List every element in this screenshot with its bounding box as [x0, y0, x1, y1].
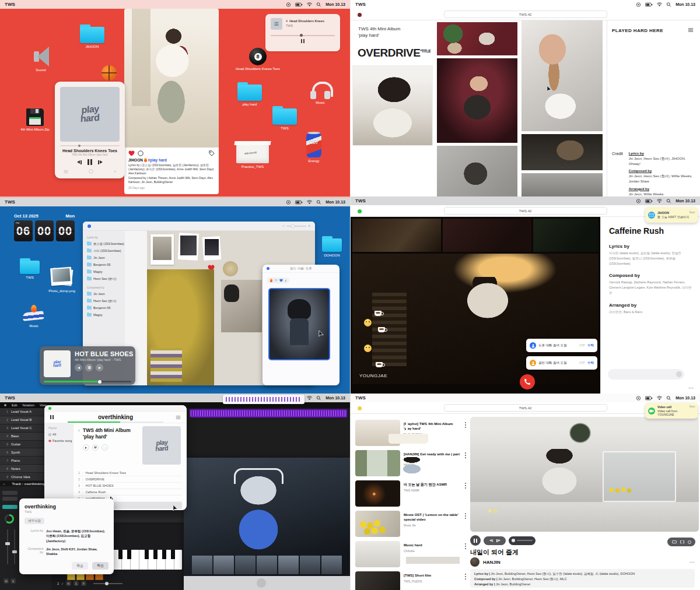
- sidebar-item[interactable]: 윤소영 (153/Joombas): [87, 240, 125, 247]
- solo-button[interactable]: S: [10, 578, 16, 584]
- film-strip[interactable]: [192, 556, 342, 574]
- more-options-icon[interactable]: [465, 574, 466, 575]
- menu-clock[interactable]: Mon 10.13: [676, 396, 695, 400]
- queue-icon[interactable]: [176, 415, 181, 420]
- decline-button[interactable]: 거부: [579, 343, 585, 347]
- volume-slider[interactable]: [93, 583, 123, 584]
- desktop-folder-jihoon[interactable]: JIHOON: [76, 27, 108, 49]
- desktop-icon-sound[interactable]: Sound: [26, 47, 56, 72]
- tag-icon[interactable]: [209, 150, 215, 156]
- wifi-icon[interactable]: [657, 199, 662, 203]
- add-track-button[interactable]: +: [3, 482, 5, 486]
- shared-photo[interactable]: [268, 288, 330, 360]
- more-options-icon[interactable]: [465, 422, 466, 423]
- video-list-item[interactable]: Movie OST | 'Lemon on the table' special…: [355, 511, 466, 538]
- post-hashtag[interactable]: #play hard: [148, 158, 167, 162]
- favorite-button[interactable]: [92, 444, 99, 451]
- add-icon[interactable]: +: [114, 170, 116, 174]
- like-heart-icon[interactable]: [128, 150, 135, 156]
- desktop-icon-zip[interactable]: 4th Mini Album.Zip: [13, 108, 57, 132]
- sidebar-item[interactable]: Benjamin 55: [87, 304, 125, 311]
- photo-gray-scene[interactable]: [437, 146, 517, 196]
- track-item[interactable]: 1|Head Shoulders Knees Toes: [78, 470, 182, 476]
- photo-dark-scene[interactable]: [522, 134, 603, 170]
- channel-avatar[interactable]: [470, 557, 480, 567]
- call-thumbnail-1[interactable]: [352, 219, 441, 252]
- music-widget[interactable]: play hard 4 Head Shoulders Knees TWS: [265, 14, 340, 51]
- queue-icon[interactable]: [64, 170, 68, 174]
- main-call-video[interactable]: YOUNGJAE 도훈 대화 참여 요청 거부 수락 경민 대화 참여 요청 거…: [352, 254, 598, 384]
- step-cell-yellow[interactable]: [67, 574, 75, 580]
- cancel-button[interactable]: 취소: [72, 562, 88, 570]
- photo-portrait-left[interactable]: [352, 65, 433, 146]
- address-bar[interactable]: TWS.42: [444, 404, 607, 412]
- call-thumbnail-3[interactable]: [533, 219, 598, 252]
- desktop-folder-playhard[interactable]: play hard: [229, 85, 271, 107]
- progress-track[interactable]: [44, 381, 131, 382]
- menu-icon[interactable]: [688, 27, 694, 33]
- sidebar-item[interactable]: Heon Seo (현서): [87, 275, 125, 282]
- fx-slot-active[interactable]: [2, 505, 18, 509]
- accept-button[interactable]: 수락: [587, 343, 594, 347]
- playlist-item-all[interactable]: All: [48, 433, 74, 436]
- reaction-pill[interactable]: ♪: [267, 278, 289, 283]
- wifi-icon[interactable]: [307, 200, 312, 205]
- menu-clock[interactable]: Mon 10.13: [326, 2, 345, 6]
- more-options-icon[interactable]: [465, 543, 466, 545]
- sidebar-item[interactable]: 서이 (153/Joombas): [87, 247, 125, 254]
- menu-app-title[interactable]: TWS: [355, 2, 366, 7]
- sidebar-item[interactable]: Benjamin 55: [87, 261, 125, 268]
- menu-clock[interactable]: Mon 10.13: [326, 200, 345, 204]
- menu-edit[interactable]: Edit: [12, 403, 17, 407]
- audio-icon[interactable]: [89, 169, 93, 174]
- desktop-icon-energy[interactable]: HOT Energy: [295, 133, 332, 163]
- video-list-item[interactable]: [Playlist] TWS 4th Mini Album 'play hard…: [355, 420, 466, 447]
- track-item[interactable]: 2|OVERDRIVE: [78, 476, 182, 483]
- video-list-item[interactable]: [TWS] Short filmTWS_PLEDIS: [355, 571, 466, 590]
- control-center-icon[interactable]: [636, 199, 641, 203]
- wifi-icon[interactable]: [307, 2, 312, 7]
- fader-track[interactable]: [7, 529, 8, 564]
- record-circle-button[interactable]: [257, 578, 266, 588]
- view-mode-buttons[interactable]: [667, 538, 695, 546]
- more-options[interactable]: ⋯: [690, 559, 695, 565]
- search-icon[interactable]: [666, 199, 671, 203]
- desktop-folder-tws[interactable]: TWS: [15, 261, 44, 280]
- video-list-item[interactable]: [HANJIN] Get ready with me | part 1HANJI…: [355, 450, 466, 477]
- sidebar-item[interactable]: Jin Jeon: [87, 254, 125, 261]
- track-item[interactable]: 3|HOT BLUE SHOES: [78, 483, 182, 489]
- notification-video-call[interactable]: Video callNew Video call from YOUNGJAE: [645, 403, 698, 419]
- menu-clock[interactable]: Mon 10.13: [326, 396, 345, 400]
- pause-button[interactable]: [470, 535, 481, 546]
- menu-app-title[interactable]: TWS: [5, 395, 15, 401]
- confirm-button[interactable]: 확인: [92, 562, 108, 570]
- search-icon[interactable]: [666, 2, 671, 7]
- desktop-icon-music-shoe[interactable]: Music: [18, 307, 50, 328]
- desktop-icon-music[interactable]: Music: [302, 82, 338, 105]
- previous-button[interactable]: [77, 160, 82, 164]
- photo-red-room-2[interactable]: [437, 58, 517, 143]
- fader-handle[interactable]: [5, 542, 10, 545]
- window-dot[interactable]: [358, 13, 362, 17]
- control-center-icon[interactable]: [286, 2, 291, 7]
- video-list-item[interactable]: Music hardChillvibe: [355, 541, 466, 568]
- step-cell-orange[interactable]: [86, 574, 94, 580]
- control-center-icon[interactable]: [636, 396, 641, 401]
- playlist-item-favorite[interactable]: Favorite song: [48, 439, 74, 442]
- widget-pause-button[interactable]: [301, 39, 304, 43]
- piano-keyboard[interactable]: [113, 550, 182, 570]
- control-center-icon[interactable]: [286, 200, 291, 205]
- app-logo[interactable]: [4, 404, 6, 406]
- fader-track[interactable]: [14, 529, 15, 564]
- desktop-folder-dohoon[interactable]: DOHOON: [317, 238, 347, 258]
- pause-button[interactable]: [88, 159, 92, 165]
- search-icon[interactable]: [316, 200, 321, 205]
- fx-slot[interactable]: [2, 497, 18, 501]
- video-list-item[interactable]: 비 오는 날 듣기 편안 ASMRTWS.ASMR: [355, 480, 466, 507]
- progress-bar[interactable]: [60, 145, 120, 146]
- post-username[interactable]: JIHOON: [128, 158, 143, 162]
- sidebar-item[interactable]: Magsy: [87, 268, 125, 275]
- comment-icon[interactable]: [138, 150, 144, 156]
- control-center-icon[interactable]: [636, 2, 641, 7]
- more-options-icon[interactable]: [465, 513, 466, 514]
